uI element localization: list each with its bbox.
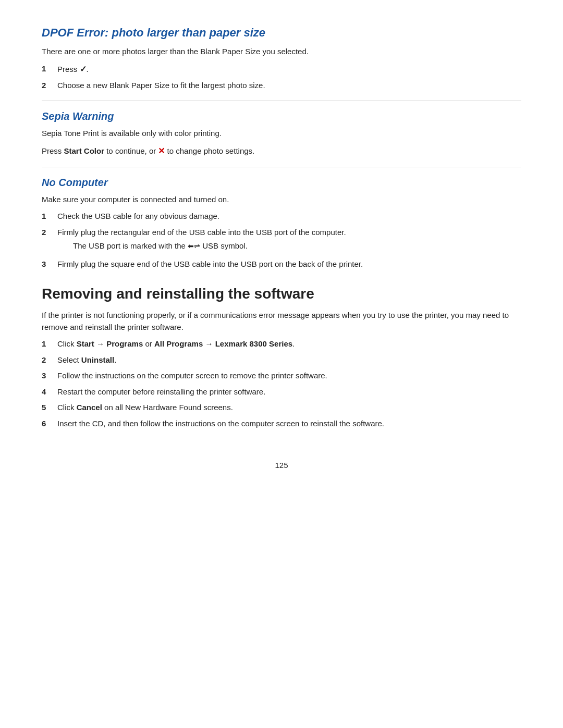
- dpof-intro: There are one or more photos larger than…: [42, 46, 521, 58]
- divider-2: [42, 167, 521, 167]
- sepia-text-before: Press: [42, 146, 64, 155]
- removing-section: Removing and reinstalling the software I…: [42, 286, 521, 429]
- removing-heading: Removing and reinstalling the software: [42, 286, 521, 302]
- nocomputer-step-1: 1 Check the USB cable for any obvious da…: [42, 211, 521, 223]
- step-number: 1: [42, 338, 57, 350]
- x-symbol: ✕: [158, 146, 165, 155]
- sepia-section: Sepia Warning Sepia Tone Print is availa…: [42, 110, 521, 157]
- step-content: Select Uninstall.: [57, 354, 521, 366]
- sepia-heading: Sepia Warning: [42, 110, 521, 122]
- divider-1: [42, 101, 521, 101]
- removing-step-5: 5 Click Cancel on all New Hardware Found…: [42, 402, 521, 414]
- nocomputer-intro: Make sure your computer is connected and…: [42, 194, 521, 206]
- dpof-step-1: 1 Press ✓.: [42, 63, 521, 76]
- sepia-para1: Sepia Tone Print is available only with …: [42, 128, 521, 140]
- bold1: Start: [77, 339, 94, 348]
- step-content: Press ✓.: [57, 63, 521, 76]
- removing-steps: 1 Click Start → Programs or All Programs…: [42, 338, 521, 429]
- text-before: Click: [57, 403, 77, 412]
- step-content: Click Cancel on all New Hardware Found s…: [57, 402, 521, 414]
- nocomputer-section: No Computer Make sure your computer is c…: [42, 177, 521, 270]
- step-number: 1: [42, 211, 57, 223]
- usb-sub-note: The USB port is marked with the ⬅⇌ USB s…: [73, 240, 521, 252]
- step-content: Restart the computer before reinstalling…: [57, 386, 521, 398]
- step-number: 5: [42, 402, 57, 414]
- step-number: 2: [42, 80, 57, 92]
- text-after: .: [114, 355, 116, 364]
- text-before: Click: [57, 339, 77, 348]
- dpof-step-2: 2 Choose a new Blank Paper Size to fit t…: [42, 80, 521, 92]
- removing-step-3: 3 Follow the instructions on the compute…: [42, 370, 521, 382]
- text-after: on all New Hardware Found screens.: [102, 403, 233, 412]
- sepia-bold: Start Color: [64, 146, 105, 155]
- step-content: Click Start → Programs or All Programs →…: [57, 338, 521, 350]
- bold4: Lexmark 8300 Series: [215, 339, 292, 348]
- dpof-section: DPOF Error: photo larger than paper size…: [42, 26, 521, 91]
- sepia-text-mid: to continue, or: [104, 146, 158, 155]
- step-number: 6: [42, 418, 57, 430]
- step-content: Choose a new Blank Paper Size to fit the…: [57, 80, 521, 92]
- step-number: 3: [42, 258, 57, 270]
- dpof-steps: 1 Press ✓. 2 Choose a new Blank Paper Si…: [42, 63, 521, 92]
- removing-step-1: 1 Click Start → Programs or All Programs…: [42, 338, 521, 350]
- step-content: Firmly plug the rectangular end of the U…: [57, 227, 521, 254]
- arrow1: →: [94, 339, 106, 348]
- nocomputer-steps: 1 Check the USB cable for any obvious da…: [42, 211, 521, 270]
- usb-text: USB symbol.: [202, 241, 248, 250]
- text-after: .: [292, 339, 295, 348]
- text-mid: or: [143, 339, 154, 348]
- removing-step-2: 2 Select Uninstall.: [42, 354, 521, 366]
- step-text-before: Press: [57, 65, 80, 73]
- step-content: Insert the CD, and then follow the instr…: [57, 418, 521, 430]
- usb-symbol: ⬅⇌: [188, 241, 200, 252]
- step-number: 2: [42, 354, 57, 366]
- removing-step-6: 6 Insert the CD, and then follow the ins…: [42, 418, 521, 430]
- step-number: 2: [42, 227, 57, 239]
- step-number: 1: [42, 63, 57, 75]
- removing-step-4: 4 Restart the computer before reinstalli…: [42, 386, 521, 398]
- nocomputer-heading: No Computer: [42, 177, 521, 189]
- text-before: Select: [57, 355, 81, 364]
- sepia-para2: Press Start Color to continue, or ✕ to c…: [42, 145, 521, 157]
- step-text: Firmly plug the rectangular end of the U…: [57, 228, 346, 237]
- step-number: 4: [42, 386, 57, 398]
- step-content: Firmly plug the square end of the USB ca…: [57, 258, 521, 270]
- checkmark-symbol: ✓: [80, 65, 87, 73]
- nocomputer-step-3: 3 Firmly plug the square end of the USB …: [42, 258, 521, 270]
- bold: Uninstall: [81, 355, 114, 364]
- step-content: Check the USB cable for any obvious dama…: [57, 211, 521, 223]
- step-number: 3: [42, 370, 57, 382]
- bold2: Programs: [106, 339, 143, 348]
- arrow2: →: [203, 339, 215, 348]
- removing-intro: If the printer is not functioning proper…: [42, 310, 521, 333]
- dpof-heading: DPOF Error: photo larger than paper size: [42, 26, 521, 40]
- page-number: 125: [42, 461, 521, 470]
- sepia-text-after: to change photo settings.: [165, 146, 254, 155]
- step-content: Follow the instructions on the computer …: [57, 370, 521, 382]
- bold: Cancel: [77, 403, 102, 412]
- bold3: All Programs: [154, 339, 203, 348]
- step-text-after: .: [87, 65, 89, 73]
- nocomputer-step-2: 2 Firmly plug the rectangular end of the…: [42, 227, 521, 254]
